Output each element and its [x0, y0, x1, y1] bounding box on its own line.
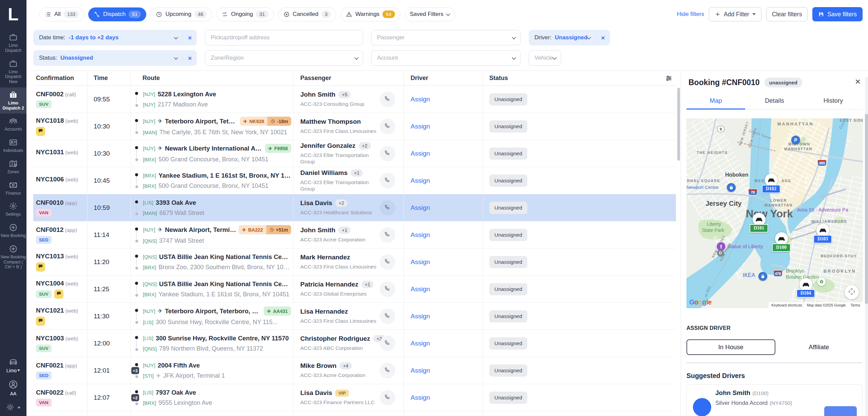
sidebar-item[interactable]: Limo Dispatch New [0, 56, 26, 87]
driver-code-badge[interactable]: D104 [796, 289, 815, 298]
table-scrollbar[interactable] [677, 88, 680, 161]
sidebar-item[interactable]: New Booking Compact ( Ctrl + B ) [0, 241, 26, 273]
driver-source-toggle[interactable]: In House [686, 339, 775, 355]
assign-driver-link[interactable]: Assign [411, 394, 430, 401]
call-passenger-button[interactable] [380, 254, 395, 270]
assign-driver-link[interactable]: Assign [411, 313, 430, 320]
booking-row[interactable]: CNF0021 (app) SED 12:01 +3 [33, 357, 676, 384]
flower-poi-icon[interactable] [817, 277, 826, 286]
save-filters-button[interactable]: Save filters [812, 7, 863, 21]
sidebar-item[interactable]: Accounts [0, 114, 26, 135]
sidebar-item[interactable]: Finance [0, 178, 26, 199]
filter-control[interactable]: Zone/Region [205, 50, 363, 66]
booking-row[interactable]: NYC1004 (web) SUV 11:25 [33, 276, 676, 303]
filter-control[interactable]: Status: Unassigned × [33, 50, 197, 66]
assign-driver-link[interactable]: Assign [411, 367, 430, 374]
bag-poi-icon[interactable] [758, 272, 767, 281]
filter-control[interactable]: Date time: -1 days to +2 days × [33, 30, 197, 45]
column-header-confirmation[interactable]: Confirmation [33, 71, 88, 85]
hide-filters-link[interactable]: Hide filters [677, 11, 704, 18]
assign-driver-link[interactable]: Assign [411, 258, 430, 266]
sidebar-item[interactable]: Limo Dispatch 2 [0, 87, 26, 114]
call-passenger-button[interactable] [380, 146, 395, 161]
sidebar-item[interactable]: New Booking [0, 220, 26, 241]
filter-control[interactable]: Vehicle [529, 50, 561, 66]
driver-code-badge[interactable]: D100 [772, 243, 791, 252]
assign-driver-link[interactable]: Assign [411, 340, 430, 347]
booking-row[interactable]: NYC1031 (web) 10:30 [33, 140, 676, 167]
close-panel-button[interactable]: × [855, 77, 861, 86]
filter-tab[interactable]: Cancelled 3 [278, 7, 337, 21]
sidebar-item[interactable]: Settings [0, 199, 26, 220]
sidebar-item[interactable]: Limo Dispatch [0, 30, 26, 56]
sidebar-item[interactable]: Zones [0, 156, 26, 178]
driver-code-badge[interactable]: D103 [813, 235, 832, 243]
assign-driver-link[interactable]: Assign [411, 285, 430, 293]
clear-filters-button[interactable]: Clear filters [766, 7, 808, 21]
call-passenger-button[interactable] [380, 390, 395, 405]
call-passenger-button[interactable] [380, 309, 395, 324]
driver-code-badge[interactable]: D102 [762, 185, 780, 193]
booking-map[interactable]: EAST SIDEMANHATTANLincoln TunnelMIDTOWNM… [686, 118, 863, 308]
filter-tab[interactable]: Ongoing 31 [216, 7, 273, 21]
filter-tab[interactable]: Warnings 64 [340, 7, 400, 21]
filter-tab[interactable]: Saved Filters [404, 7, 455, 21]
assign-driver-link[interactable]: Assign [411, 204, 430, 212]
panel-scrollbar[interactable] [865, 77, 868, 416]
column-header-route[interactable]: Route [131, 71, 294, 85]
panel-tab[interactable]: Details [745, 93, 804, 109]
add-filter-button[interactable]: Add Filter [709, 7, 761, 21]
map-terms-link[interactable]: Terms [850, 303, 860, 307]
filter-tab[interactable]: Dispatch 51 [88, 7, 146, 21]
panel-tab[interactable]: Map [686, 93, 745, 109]
clear-filter-icon[interactable]: × [183, 35, 192, 41]
theme-toggle[interactable] [0, 400, 26, 415]
sidebar-item[interactable]: Individuals [0, 135, 26, 156]
call-passenger-button[interactable] [380, 200, 395, 216]
chat-badge[interactable] [36, 262, 45, 272]
filter-control[interactable]: Account [371, 50, 521, 66]
call-passenger-button[interactable] [380, 281, 395, 297]
call-passenger-button[interactable] [380, 92, 395, 107]
booking-row[interactable]: CNF0002 (call) SUV 09:55 [33, 86, 676, 113]
assign-driver-link[interactable]: Assign [411, 150, 430, 157]
filter-control[interactable]: Pickup/dropoff address [205, 30, 363, 45]
assign-driver-link[interactable]: Assign [411, 231, 430, 239]
panel-tab[interactable]: History [804, 93, 863, 109]
filter-tab[interactable]: All 133 [39, 7, 84, 21]
call-passenger-button[interactable] [380, 227, 395, 243]
assign-driver-link[interactable]: Assign [411, 123, 430, 130]
call-passenger-button[interactable] [380, 119, 395, 134]
mall-poi-icon[interactable] [727, 183, 736, 192]
filter-tab[interactable]: Upcoming 46 [150, 7, 212, 21]
assign-driver-link[interactable]: Assign [411, 177, 430, 184]
booking-row[interactable]: NYC1003 (web) SUV 12:00 [33, 330, 676, 357]
subd-poi-icon[interactable]: D [717, 250, 724, 256]
clear-filter-icon[interactable]: × [183, 55, 192, 61]
keyboard-shortcuts-link[interactable]: Keyboard shortcuts [771, 303, 802, 307]
assign-driver-link[interactable]: Assign [411, 96, 430, 103]
call-passenger-button[interactable] [380, 173, 395, 189]
filter-control[interactable]: Passenger [371, 30, 521, 45]
call-passenger-button[interactable] [380, 336, 395, 351]
driver-card[interactable]: John Smith(D100) Silver Honda Accord(NY4… [686, 384, 863, 416]
filter-control[interactable]: Driver: Unassigned × [529, 30, 610, 45]
assign-suggested-driver-button[interactable] [824, 406, 857, 416]
vehicle-type-switcher[interactable]: Limo [0, 353, 26, 377]
column-header-driver[interactable]: Driver [404, 71, 483, 85]
booking-row[interactable]: NYC1006 (web) 10:45 [33, 167, 676, 194]
clear-filter-icon[interactable]: × [596, 35, 605, 41]
booking-row[interactable]: CNF0010 (app) VAN 10:59 [33, 194, 676, 221]
chat-badge[interactable] [36, 317, 45, 326]
booking-row[interactable]: CNF0012 (app) SED 11:14 [33, 221, 676, 249]
driver-search[interactable]: Search in-house drivers by name or code.… [686, 362, 863, 363]
call-passenger-button[interactable] [380, 363, 395, 378]
chat-badge[interactable] [54, 290, 63, 299]
map-fullscreen-button[interactable] [845, 285, 859, 299]
column-settings-icon[interactable] [665, 75, 673, 82]
driver-source-toggle[interactable]: Affiliate [775, 339, 863, 355]
column-header-time[interactable]: Time [88, 71, 131, 85]
column-header-passenger[interactable]: Passenger [294, 71, 404, 85]
column-header-status[interactable]: Status [483, 71, 676, 85]
driver-code-badge[interactable]: D101 [750, 224, 768, 233]
